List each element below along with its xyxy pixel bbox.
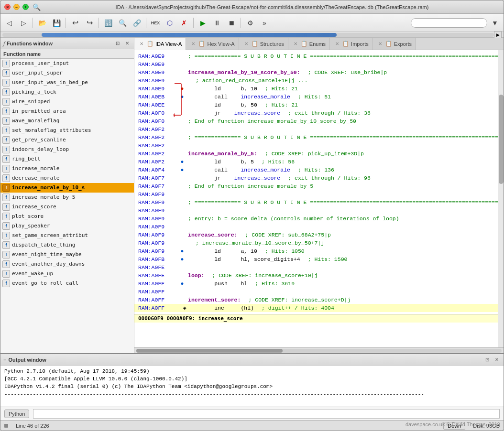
tab-close[interactable]: ✕ [243, 41, 250, 47]
fn-list-item[interactable]: f process_user_input [0, 59, 134, 68]
fn-list-item[interactable]: f event_another_day_dawns [0, 259, 134, 269]
output-header: ≡ Output window ⊡ ✕ [0, 354, 504, 366]
python-input[interactable] [33, 409, 500, 419]
code-addr: RAM:A0EB [138, 93, 176, 101]
toolbar-search-input[interactable] [411, 18, 487, 28]
code-addr: RAM:A0F2 [138, 158, 176, 166]
fn-list-item[interactable]: f event_night_time_maybe [0, 250, 134, 259]
fn-list-item[interactable]: f set_game_screen_attribut [0, 231, 134, 240]
tab-ida-view-a[interactable]: ✕ 📋 IDA View-A [134, 38, 186, 50]
tab-hex-view-a[interactable]: ✕ 📋 Hex View-A [186, 38, 239, 50]
tab-icon: 📋 [252, 41, 258, 47]
functions-panel-header: 𝑓 Functions window ⊡ ✕ [0, 38, 134, 49]
inline-comment: ; Hits: 21 [265, 101, 298, 109]
toolbar-settings[interactable]: ⚙ [243, 16, 257, 30]
fn-list-item[interactable]: f user_input_was_in_bed_pe [0, 78, 134, 87]
tab-close[interactable]: ✕ [334, 41, 340, 47]
tab-close[interactable]: ✕ [292, 41, 299, 47]
title-bar: ✕ − + 🔍 IDA - /Users/dave/SyncProjects/g… [0, 0, 504, 14]
toolbar-jump[interactable]: 🔢 [101, 16, 115, 30]
output-detach[interactable]: ⊡ [483, 356, 491, 364]
fn-name: user_input_super [12, 70, 63, 76]
functions-panel-close[interactable]: ✕ [123, 40, 131, 47]
fn-list-item[interactable]: f indoors_delay_loop [0, 145, 134, 154]
output-input-row: Python [0, 407, 504, 420]
tab-close[interactable]: ✕ [138, 41, 145, 47]
toolbar-hex[interactable]: HEX [149, 16, 162, 30]
toolbar-stop[interactable]: ✗ [177, 16, 191, 30]
toolbar-search-go[interactable]: ▼ [488, 16, 502, 30]
toolbar-refs[interactable]: 🔗 [130, 16, 143, 30]
fn-name: decrease_morale [12, 175, 59, 181]
output-close[interactable]: ✕ [493, 356, 501, 364]
code-addr: RAM:A0F2 [138, 141, 176, 150]
code-addr: RAM:A0F9 [138, 223, 176, 231]
close-button[interactable]: ✕ [4, 4, 11, 10]
instr-op: jr [214, 175, 221, 181]
functions-panel-detach[interactable]: ⊡ [114, 40, 121, 47]
toolbar-more[interactable]: » [258, 16, 271, 30]
code-addr: RAM:A0F9 [138, 198, 176, 206]
tab-structures[interactable]: ✕ 📋 Structures [239, 38, 288, 50]
toolbar-undo[interactable]: ↩ [68, 16, 82, 30]
fn-list-item[interactable]: f get_prev_scanline [0, 135, 134, 145]
fn-list-item[interactable]: f wire_snipped [0, 97, 134, 107]
toolbar-forward[interactable]: ▷ [17, 16, 30, 30]
code-comment: ; End of function increase_morale_by_5 [188, 182, 313, 190]
tab-exports[interactable]: ✕ 📋 Exports [373, 38, 416, 50]
minimize-button[interactable]: − [13, 4, 20, 10]
tab-close[interactable]: ✕ [377, 41, 383, 47]
output-content: Python 2.7.10 (default, Aug 17 2018, 19:… [0, 366, 504, 407]
fn-list-item[interactable]: f set_moraleflag_attributes [0, 126, 134, 135]
functions-col-header: Function name [0, 49, 134, 59]
toolbar-run[interactable]: ▶ [196, 16, 209, 30]
code-instruction: ld b, 5 [188, 158, 254, 166]
tab-enums[interactable]: ✕ 📋 Enums [288, 38, 330, 50]
fn-list-item[interactable]: f increase_morale [0, 164, 134, 173]
tab-close[interactable]: ✕ [190, 41, 197, 47]
toolbar-open[interactable]: 📂 [35, 16, 49, 30]
fn-list-item[interactable]: f user_input_super [0, 68, 134, 78]
maximize-button[interactable]: + [22, 4, 29, 10]
code-instruction: ld hl, score_digits+4 [188, 255, 300, 263]
code-comment: ; entry: b = score delta (controls numbe… [188, 215, 399, 223]
fn-list-item[interactable]: f plot_score [0, 212, 134, 221]
fn-name: increase_morale [12, 165, 59, 172]
fn-list-item[interactable]: f event_go_to_roll_call [0, 279, 134, 288]
fn-list-item[interactable]: f decrease_morale [0, 173, 134, 183]
toolbar-save[interactable]: 💾 [50, 16, 63, 30]
tab-imports[interactable]: ✕ 📋 Imports [330, 38, 373, 50]
code-instruction: inc (hl) [188, 304, 254, 312]
code-addr: RAM:A0F0 [138, 117, 176, 125]
fn-list-item[interactable]: f play_speaker [0, 221, 134, 231]
code-comment: ; End of function increase_morale_by_10_… [188, 117, 356, 125]
toolbar-search[interactable]: 🔍 [116, 16, 129, 30]
fn-icon: f [2, 241, 10, 249]
tab-label: Hex View-A [207, 41, 234, 47]
fn-list-item[interactable]: f in_permitted_area [0, 107, 134, 116]
fn-list-item[interactable]: f event_wake_up [0, 269, 134, 279]
tab-label: Structures [260, 41, 284, 47]
arrow-marker: ● [176, 247, 188, 255]
top-scroll-track[interactable] [2, 33, 494, 37]
fn-list-item[interactable]: f dispatch_table_thing [0, 240, 134, 250]
toolbar-back[interactable]: ◁ [2, 16, 16, 30]
toolbar-stop2[interactable]: ⏹ [225, 16, 238, 30]
toolbar-pause[interactable]: ⏸ [210, 16, 224, 30]
window-title: IDA - /Users/dave/SyncProjects/github/Th… [44, 4, 500, 10]
fn-list-item[interactable]: f increase_morale_by_5 [0, 193, 134, 202]
output-title: Output window [8, 357, 482, 363]
fn-list-item[interactable]: f increase_score [0, 202, 134, 212]
fn-list-item[interactable]: f wave_moraleflag [0, 116, 134, 126]
functions-list: f process_user_input f user_input_super … [0, 59, 134, 353]
code-container[interactable]: RAM:A0E9; ============== S U B R O U T I… [134, 50, 504, 347]
fn-list-item[interactable]: f increase_morale_by_10_s [0, 183, 134, 193]
h-scroll-track[interactable] [136, 349, 502, 353]
fn-list-item[interactable]: f picking_a_lock [0, 87, 134, 97]
toolbar-graph[interactable]: ⬡ [163, 16, 176, 30]
inline-comment: ; Hits: 56 [262, 158, 295, 166]
toolbar-redo[interactable]: ↪ [83, 16, 96, 30]
arrow-marker: ● [176, 280, 188, 288]
right-scrollbar[interactable] [498, 50, 504, 347]
fn-list-item[interactable]: f ring_bell [0, 154, 134, 164]
